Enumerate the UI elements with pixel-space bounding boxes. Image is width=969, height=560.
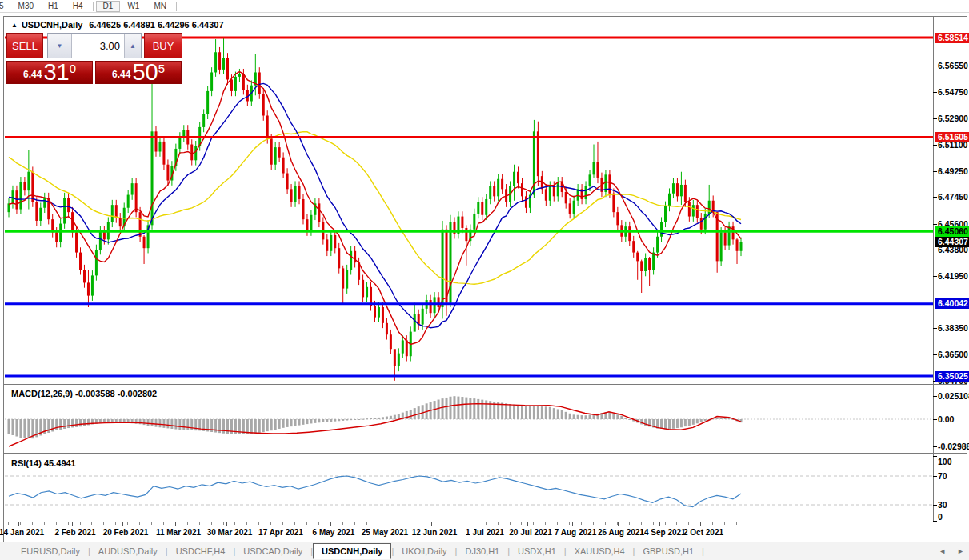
- date-minor-tick: [533, 522, 534, 525]
- price-tick-label: 6.47450: [938, 192, 968, 202]
- date-minor-tick: [366, 522, 367, 525]
- price-tick-mark: [933, 328, 937, 329]
- price-level-badge: 6.45060: [935, 226, 969, 237]
- sell-price-panel[interactable]: 6.44 31 0: [6, 61, 93, 84]
- date-minor-tick: [223, 522, 224, 525]
- date-minor-tick: [629, 522, 630, 525]
- sell-price-sup: 0: [70, 62, 76, 74]
- date-label: 17 Apr 2021: [258, 528, 303, 537]
- timeframe-button-h4[interactable]: H4: [66, 1, 90, 12]
- date-tick-mark: [700, 522, 701, 526]
- date-label: 12 Jun 2021: [412, 528, 458, 537]
- date-minor-tick: [163, 522, 164, 525]
- chart-tab-dj30[interactable]: DJ30,H1: [457, 544, 507, 558]
- date-minor-tick: [653, 522, 654, 525]
- sell-price-big: 31: [43, 62, 69, 82]
- rsi-name: RSI(14): [11, 458, 42, 468]
- date-minor-tick: [318, 522, 319, 525]
- timeframe-button-mn[interactable]: MN: [146, 1, 174, 12]
- date-minor-tick: [282, 522, 283, 525]
- rsi-line: [9, 476, 741, 507]
- volume-decrease-button[interactable]: ▼: [48, 34, 72, 58]
- price-level-badge: 6.35025: [935, 371, 969, 382]
- date-minor-tick: [521, 522, 522, 525]
- date-label: 2 Oct 2021: [683, 528, 723, 537]
- toolbar-separator: [93, 2, 94, 11]
- date-minor-tick: [199, 522, 200, 525]
- price-tick-mark: [933, 66, 937, 66]
- chart-tab-eurusd[interactable]: EURUSD,Daily: [13, 544, 88, 558]
- date-tick-mark: [18, 522, 19, 526]
- date-minor-tick: [115, 522, 116, 525]
- volume-increase-button[interactable]: ▲: [124, 34, 141, 58]
- chart-tab-usdchf[interactable]: USDCHF,H4: [168, 544, 234, 558]
- date-minor-tick: [665, 522, 666, 525]
- tab-scroll-left-icon[interactable]: ◄: [939, 547, 946, 555]
- price-tick-label: 6.49250: [938, 166, 968, 176]
- buy-price-sup: 5: [158, 62, 165, 74]
- date-minor-tick: [91, 522, 92, 525]
- chart-window: ▲USDCNH,Daily6.44625 6.44891 6.44296 6.4…: [3, 16, 967, 542]
- date-minor-tick: [569, 522, 570, 525]
- chart-tab-audusd[interactable]: AUDUSD,Daily: [90, 544, 166, 558]
- price-tick-mark: [933, 118, 937, 119]
- date-label: 14 Jan 2021: [0, 528, 44, 537]
- date-minor-tick: [498, 522, 499, 525]
- macd-axis-label: 0.00: [938, 414, 954, 424]
- chart-tab-usdx[interactable]: USDX,H1: [510, 544, 564, 558]
- level-lines-layer[interactable]: [5, 38, 933, 376]
- one-click-trading-widget: SELL ▼ 3.00 ▲ BUY 6.44 31 0 6.44 50 5: [6, 33, 184, 84]
- timeframe-button-d1[interactable]: D1: [96, 1, 121, 12]
- date-minor-tick: [258, 522, 259, 525]
- tab-scroll-right-icon[interactable]: ►: [957, 547, 964, 555]
- chart-tab-ukoil[interactable]: UKOil,Daily: [394, 544, 454, 558]
- rsi-tick-mark: [933, 521, 937, 522]
- date-label: 20 Feb 2021: [103, 528, 149, 537]
- timeframe-button-h1[interactable]: H1: [41, 1, 66, 12]
- macd-tick-mark: [933, 419, 937, 420]
- ohlc-values: 6.44625 6.44891 6.44296 6.44307: [89, 20, 223, 30]
- date-minor-tick: [20, 522, 21, 525]
- price-tick-label: 6.36500: [938, 350, 968, 359]
- buy-button[interactable]: BUY: [144, 33, 182, 58]
- buy-price-panel[interactable]: 6.44 50 5: [95, 61, 182, 84]
- timeframe-button-m30[interactable]: M30: [11, 1, 41, 12]
- chart-tab-xauusd[interactable]: XAUUSD,H4: [567, 544, 633, 558]
- candles-layer: [8, 38, 743, 381]
- timeframe-toolbar: 5M30H1H4D1W1MN: [0, 0, 969, 13]
- date-minor-tick: [56, 522, 57, 525]
- sell-button[interactable]: SELL: [6, 33, 43, 58]
- collapse-triangle-icon[interactable]: ▲: [11, 22, 18, 29]
- timeframe-button-5[interactable]: 5: [0, 1, 11, 12]
- date-minor-tick: [234, 522, 235, 525]
- date-minor-tick: [306, 522, 307, 525]
- price-tick-mark: [933, 354, 937, 355]
- date-axis[interactable]: 14 Jan 20212 Feb 202120 Feb 202111 Mar 2…: [4, 522, 967, 542]
- macd-name: MACD(12,26,9): [11, 389, 73, 398]
- chart-tab-gbpusd[interactable]: GBPUSD,H1: [635, 544, 702, 558]
- volume-input[interactable]: 3.00: [72, 34, 124, 58]
- date-label: 7 Aug 2021: [555, 528, 596, 537]
- date-minor-tick: [593, 522, 594, 525]
- date-minor-tick: [44, 522, 45, 525]
- rsi-tick-mark: [933, 505, 937, 506]
- chart-tab-usdcad[interactable]: USDCAD,Daily: [235, 544, 310, 558]
- rsi-value: 45.4941: [44, 458, 76, 468]
- date-minor-tick: [80, 522, 81, 525]
- date-minor-tick: [187, 522, 188, 525]
- timeframe-button-w1[interactable]: W1: [120, 1, 146, 12]
- date-label: 30 Mar 2021: [207, 528, 253, 537]
- date-tick-mark: [659, 522, 660, 526]
- chart-tab-usdcnh[interactable]: USDCNH,Daily: [313, 543, 391, 559]
- symbol-period-label: USDCNH,Daily: [22, 20, 82, 30]
- date-minor-tick: [724, 522, 725, 525]
- date-label: 1 Jul 2021: [466, 528, 504, 537]
- rsi-chart-canvas[interactable]: [5, 455, 933, 522]
- date-minor-tick: [68, 522, 69, 525]
- date-minor-tick: [378, 522, 378, 525]
- date-tick-mark: [527, 522, 528, 526]
- toolbar-separator: [176, 2, 177, 11]
- date-minor-tick: [712, 522, 713, 525]
- buy-price-big: 50: [132, 62, 158, 82]
- date-minor-tick: [426, 522, 426, 525]
